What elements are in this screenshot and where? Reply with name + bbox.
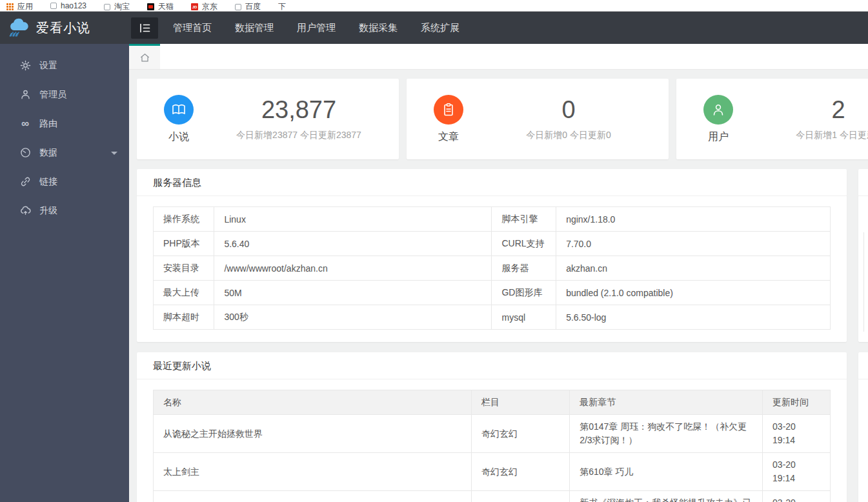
stat-value: 0 [478,97,660,124]
server-field-value: nginx/1.18.0 [556,207,831,232]
clipped-right-panel-top: 最 [858,169,868,342]
bookmark-jd[interactable]: JD 京东 [191,1,217,11]
nav-admin-home[interactable]: 管理首页 [161,12,223,44]
nav-data-collection[interactable]: 数据采集 [347,12,409,44]
server-field-label: mysql [492,305,556,330]
link-icon [19,176,31,188]
cloud-rain-logo-icon [8,17,31,39]
bookmark-taobao[interactable]: 淘宝 [104,1,130,11]
sidebar-label: 设置 [39,60,57,72]
table-row: 脚本超时 300秒 mysql 5.6.50-log [154,305,831,330]
top-navigation: 管理首页 数据管理 用户管理 数据采集 系统扩展 [161,12,471,44]
bookmark-label: 淘宝 [114,1,130,11]
server-field-value: bundled (2.1.0 compatible) [556,281,831,305]
server-field-value: 5.6.40 [214,232,492,256]
admin-dashboard-page: 应用 hao123 淘宝 天猫 JD 京东 百度 下 [0,0,868,502]
sidebar-item-links[interactable]: 链接 [0,167,129,196]
sidebar-item-data[interactable]: 数据 [0,138,129,167]
generic-favicon-icon [104,4,110,10]
infinity-icon: ∞ [19,118,31,130]
column-header-time: 更新时间 [763,390,831,415]
bookmark-label: 应用 [17,1,33,11]
server-field-label: CURL支持 [492,232,556,256]
server-field-value: 300秒 [214,305,492,330]
bookmark-baidu[interactable]: 百度 [235,1,261,11]
bookmark-label: 下 [278,1,286,11]
panel-title-partial: 最 [858,169,868,196]
main-content: 小说 23,877 今日新增23877 今日更新23877 文章 0 [129,70,868,502]
novel-name: 深海拳王 [154,491,472,502]
gear-icon [19,60,31,72]
bookmark-apps[interactable]: 应用 [6,1,33,11]
novel-name: 从诡秘之主开始拯救世界 [154,415,472,453]
bookmark-label: 百度 [245,1,261,11]
user-icon [19,89,31,101]
clipped-right-panel-bottom: 人 [858,352,868,502]
column-header-chapter: 最新章节 [570,390,763,415]
nav-label: 系统扩展 [421,22,459,34]
panel-title: 最近更新小说 [137,352,847,379]
collapse-menu-icon [139,23,151,34]
novel-category: 奇幻玄幻 [472,415,570,453]
sidebar-item-settings[interactable]: 设置 [0,51,129,80]
server-field-value: 50M [214,281,492,305]
panel-title: 服务器信息 [137,169,847,196]
recent-novels-panel: 最近更新小说 名称 栏目 最新章节 更新时间 从诡秘之主开始拯救世界 奇幻玄幻 [137,352,847,502]
generic-favicon-icon [50,3,57,9]
stat-card-articles: 文章 0 今日新增0 今日更新0 [407,79,669,159]
novel-category: 奇幻玄幻 [472,453,570,491]
server-field-label: 服务器 [492,256,556,281]
home-icon [139,52,150,63]
clipboard-icon [434,95,463,125]
novel-latest-chapter: 第0147章 周珏：狗改不了吃屎！（补欠更2/3求订阅！） [570,415,763,453]
nav-label: 管理首页 [173,22,212,34]
nav-system-extension[interactable]: 系统扩展 [409,12,471,44]
app-logo[interactable]: 爱看小说 [0,12,129,44]
server-field-value: Linux [214,207,492,232]
book-icon [164,95,194,125]
person-icon [703,95,733,125]
bookmark-label: hao123 [61,1,86,10]
nav-user-management[interactable]: 用户管理 [285,12,347,44]
server-field-label: PHP版本 [154,232,214,256]
sidebar-item-administrator[interactable]: 管理员 [0,80,129,109]
server-field-label: GD图形库 [492,281,556,305]
sidebar-label: 升级 [39,205,57,217]
chevron-down-icon [111,152,117,155]
novel-latest-chapter: 新书《深海炮王：我杀怪能提升攻击力》已伏 [570,491,763,502]
novel-latest-chapter: 第610章 巧儿 [570,453,763,491]
sidebar-item-upgrade[interactable]: 升级 [0,196,129,225]
bookmark-clipped[interactable]: 下 [278,1,286,11]
bookmark-label: 京东 [202,1,217,11]
table-edge-line [863,232,864,332]
apps-grid-icon [6,3,14,10]
novel-update-time: 03-20 19:14 [763,415,831,453]
panel-title-partial: 人 [858,352,868,379]
column-header-name: 名称 [154,390,472,415]
stat-value: 2 [747,97,868,124]
tab-home[interactable] [129,44,160,69]
tmall-favicon-icon [147,3,154,10]
server-info-panel: 服务器信息 操作系统 Linux 脚本引擎 nginx/1.18.0 PHP版本… [137,169,847,342]
table-row: 安装目录 /www/wwwroot/akzhan.cn 服务器 akzhan.c… [154,256,831,281]
server-field-value: 5.6.50-log [556,305,831,330]
sidebar-item-routes[interactable]: ∞ 路由 [0,109,129,138]
sidebar-label: 路由 [39,118,57,130]
stat-card-novels: 小说 23,877 今日新增23877 今日更新23877 [137,79,399,159]
sidebar-label: 链接 [39,176,57,188]
column-header-category: 栏目 [472,390,570,415]
table-row: 从诡秘之主开始拯救世界 奇幻玄幻 第0147章 周珏：狗改不了吃屎！（补欠更2/… [154,415,831,453]
sidebar-label: 管理员 [39,89,66,101]
stat-label: 文章 [419,130,478,144]
nav-data-management[interactable]: 数据管理 [223,12,285,44]
bookmark-hao123[interactable]: hao123 [50,1,86,10]
gauge-icon [19,147,31,159]
novel-category: 奇幻玄幻 [472,491,570,502]
server-field-label: 最大上传 [154,281,214,305]
recent-novels-table: 名称 栏目 最新章节 更新时间 从诡秘之主开始拯救世界 奇幻玄幻 第0147章 … [153,390,831,502]
bookmark-tmall[interactable]: 天猫 [147,1,174,11]
novel-name: 太上剑主 [154,453,472,491]
stat-value: 23,877 [208,97,390,124]
sidebar-collapse-button[interactable] [131,17,158,39]
cloud-upload-icon [19,205,31,217]
